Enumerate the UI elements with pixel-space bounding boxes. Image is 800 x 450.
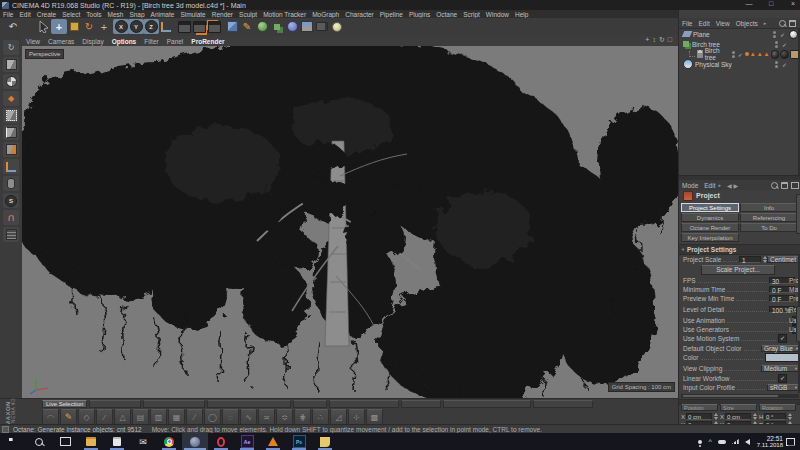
status-checkbox[interactable] — [2, 426, 9, 433]
spline-pen-button[interactable]: ✎ — [239, 19, 255, 34]
light-button[interactable] — [329, 19, 345, 34]
environment-button[interactable] — [299, 19, 315, 34]
subdivision-surface-button[interactable] — [254, 19, 270, 34]
onedrive-cloud-icon[interactable] — [718, 440, 726, 444]
project-settings-section-header[interactable]: ▼ Project Settings — [679, 244, 800, 255]
viewport-maximize-icon[interactable]: □ — [668, 36, 672, 44]
command-button[interactable]: ⋕ — [294, 409, 311, 425]
warning-tag-icon[interactable]: ▲ — [764, 51, 770, 57]
enabled-check-icon[interactable]: ✓ — [782, 41, 787, 48]
command-button[interactable]: ≍ — [258, 409, 275, 425]
add-cube-button[interactable] — [224, 19, 240, 34]
viewport-solo-button[interactable] — [3, 176, 19, 191]
chrome-button[interactable] — [156, 433, 182, 450]
menu-select[interactable]: Select — [59, 11, 83, 18]
material-tag-dark[interactable] — [771, 50, 780, 59]
object-row-birch-tree-child[interactable]: Birch tree ✓ ▲ ▲ ▲ — [679, 49, 800, 59]
command-button[interactable]: ◿ — [330, 409, 347, 425]
volume-icon[interactable] — [745, 439, 750, 445]
menu-create[interactable]: Create — [34, 11, 60, 18]
edges-mode-button[interactable] — [3, 125, 19, 140]
warning-tag-icon[interactable]: ▲ — [750, 51, 756, 57]
start-button[interactable] — [0, 433, 26, 450]
input-color-profile-select[interactable]: sRGB ▼ — [767, 384, 800, 391]
menu-character[interactable]: Character — [342, 11, 377, 18]
command-button[interactable]: ◌ — [222, 409, 239, 425]
close-button[interactable]: × — [788, 0, 798, 7]
om-menu-view[interactable]: View — [713, 20, 733, 27]
rotate-tool[interactable]: ↻ — [81, 19, 97, 34]
tool-tab-dim[interactable] — [533, 400, 593, 408]
command-button[interactable]: ▩ — [366, 409, 383, 425]
viewport-canvas[interactable]: Perspective Grid Spacing : 100 cm — [22, 46, 678, 398]
lock-y-axis-button[interactable]: Y — [128, 19, 144, 34]
menu-file[interactable]: File — [0, 11, 16, 18]
tray-expand-icon[interactable]: ^ — [708, 438, 711, 445]
project-scale-unit-select[interactable]: Centimet — [767, 256, 800, 263]
snap-modes-button[interactable]: U — [3, 210, 19, 225]
viewport-rotate-icon[interactable]: ↻ — [659, 36, 665, 44]
render-settings-button[interactable] — [206, 19, 222, 34]
command-button[interactable]: ⁄ — [96, 409, 113, 425]
workplane-snap-button[interactable] — [3, 227, 19, 242]
tool-tab-dim[interactable] — [143, 400, 205, 408]
material-tag-dark[interactable] — [780, 50, 789, 59]
model-mode-button[interactable] — [3, 57, 19, 72]
side-tab-layer[interactable] — [796, 306, 800, 342]
menu-snap[interactable]: Snap — [126, 11, 147, 18]
minimize-button[interactable]: — — [744, 0, 754, 7]
object-row-birch-tree[interactable]: Birch tree ✓ — [679, 39, 800, 49]
tab-key-interpolation[interactable]: Key Interpolation — [681, 233, 739, 242]
vp-menu-view[interactable]: View — [22, 38, 44, 45]
sticky-notes-button[interactable] — [312, 433, 338, 450]
render-to-picture-viewer-button[interactable] — [191, 19, 207, 34]
menu-pipeline[interactable]: Pipeline — [377, 11, 406, 18]
tab-to-do[interactable]: To Do — [740, 223, 798, 232]
enabled-check-icon[interactable]: ✓ — [782, 61, 787, 68]
history-back-icon[interactable]: ◀ — [727, 182, 732, 189]
tool-tab-dim[interactable] — [401, 400, 441, 408]
new-window-icon[interactable] — [791, 182, 799, 189]
command-button-knife[interactable]: ✎ — [60, 409, 77, 425]
command-button[interactable]: ◠ — [42, 409, 59, 425]
command-button[interactable]: ∕ — [186, 409, 203, 425]
tab-referencing[interactable]: Referencing — [740, 213, 798, 222]
pos-x-input[interactable]: 0 cm — [686, 413, 712, 420]
project-scale-input[interactable]: 1 — [739, 256, 761, 263]
view-clipping-select[interactable]: Medium ▼ — [761, 365, 800, 372]
command-button[interactable]: ◯ — [204, 409, 221, 425]
undo-icon[interactable]: ↶ — [5, 19, 21, 34]
scale-project-button[interactable]: Scale Project... — [701, 265, 775, 275]
taskbar-search-button[interactable] — [26, 433, 52, 450]
last-tool[interactable]: + — [96, 19, 112, 34]
om-menu-file[interactable]: File — [679, 20, 695, 27]
taskbar-clock[interactable]: 22:51 7.11.2018 — [757, 435, 783, 449]
warning-tag-icon[interactable]: ▲ — [757, 51, 763, 57]
live-selection-tool[interactable] — [36, 19, 52, 34]
am-menu-more-arrow[interactable]: ▸ — [718, 182, 721, 188]
mail-button[interactable]: ✉ — [130, 433, 156, 450]
store-button[interactable] — [104, 433, 130, 450]
tool-tab-dim[interactable] — [207, 400, 291, 408]
viewport-zoom-icon[interactable]: ↕ — [652, 36, 656, 44]
polygons-mode-button[interactable] — [3, 142, 19, 157]
om-menu-more-arrow[interactable]: ▸ — [761, 20, 770, 26]
tab-project-settings[interactable]: Project Settings — [681, 203, 739, 212]
lock-icon[interactable] — [781, 182, 788, 189]
menu-simulate[interactable]: Simulate — [177, 11, 208, 18]
om-menu-edit[interactable]: Edit — [695, 20, 712, 27]
menu-sculpt[interactable]: Sculpt — [236, 11, 260, 18]
render-view-button[interactable] — [176, 19, 192, 34]
tab-live-selection[interactable]: Live Selection — [42, 400, 87, 408]
make-editable-button[interactable]: ↻ — [3, 40, 19, 55]
rot-h-input[interactable]: 0 ° — [764, 413, 786, 420]
command-button[interactable]: ▥ — [150, 409, 167, 425]
network-icon[interactable] — [732, 439, 739, 444]
vp-menu-filter[interactable]: Filter — [140, 38, 162, 45]
object-row-physical-sky[interactable]: Physical Sky ✓ — [679, 59, 800, 69]
menu-mesh[interactable]: Mesh — [104, 11, 126, 18]
tool-tab-dim[interactable] — [293, 400, 327, 408]
tab-info[interactable]: Info — [740, 203, 798, 212]
vlc-button[interactable] — [260, 433, 286, 450]
enable-axis-button[interactable] — [3, 159, 19, 174]
